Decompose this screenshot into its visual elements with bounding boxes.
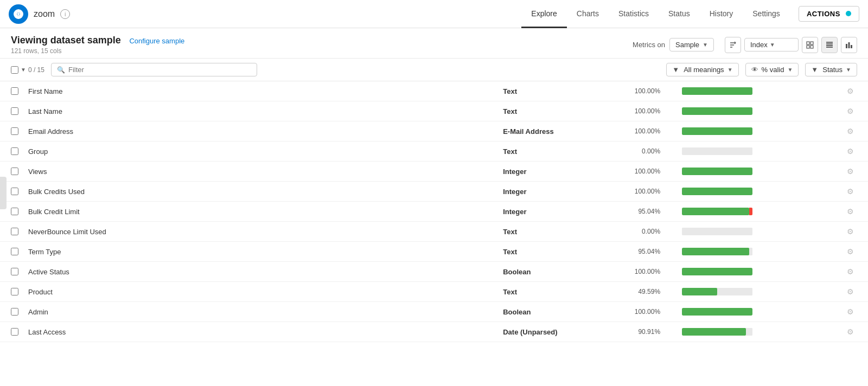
row-checkbox[interactable] [11, 228, 18, 235]
row-checkbox[interactable] [11, 168, 18, 175]
row-checkbox[interactable] [11, 288, 18, 295]
row-name-cell: Bulk Credits Used [0, 182, 492, 202]
table-row: Group Text 0.00% ⚙ [0, 141, 868, 162]
meanings-filter[interactable]: ▼ All meanings ▼ [666, 63, 738, 76]
gear-icon[interactable]: ⚙ [847, 187, 854, 196]
validity-bar [682, 248, 752, 255]
column-name: Last Access [28, 328, 66, 336]
row-checkbox[interactable] [11, 308, 18, 316]
gear-icon[interactable]: ⚙ [847, 307, 854, 316]
gear-icon[interactable]: ⚙ [847, 327, 854, 336]
info-icon[interactable]: i [60, 9, 70, 19]
gear-icon[interactable]: ⚙ [847, 147, 854, 156]
row-pct-cell: 100.00% [599, 162, 671, 182]
row-name-cell: Group [0, 141, 492, 162]
sub-header-left: Viewing dataset sample Configure sample … [11, 35, 633, 55]
row-pct-cell: 0.00% [599, 141, 671, 162]
row-bar-cell [671, 162, 832, 182]
row-checkbox[interactable] [11, 208, 18, 215]
bar-chart-icon [845, 41, 853, 49]
row-checkbox[interactable] [11, 328, 18, 336]
row-name-cell: Email Address [0, 121, 492, 141]
tab-status[interactable]: Status [659, 1, 700, 28]
actions-button[interactable]: ACTIONS [799, 6, 859, 22]
selection-count: 0 / 15 [28, 66, 44, 74]
row-pct-cell: 100.00% [599, 81, 671, 101]
row-type-cell: Integer [492, 162, 599, 182]
sort-icon-button[interactable] [725, 37, 741, 53]
table-row: Last Access Date (Unparsed) 90.91% ⚙ [0, 322, 868, 342]
validity-filter[interactable]: 👁 % valid ▼ [745, 63, 799, 76]
column-name: NeverBounce Limit Used [28, 228, 106, 236]
row-name-cell: Bulk Credit Limit [0, 202, 492, 222]
row-pct-cell: 95.04% [599, 202, 671, 222]
row-name-cell: NeverBounce Limit Used [0, 222, 492, 242]
validity-bar [682, 328, 752, 336]
row-pct-cell: 100.00% [599, 121, 671, 141]
gear-icon[interactable]: ⚙ [847, 207, 854, 216]
row-checkbox[interactable] [11, 87, 18, 95]
configure-sample-link[interactable]: Configure sample [129, 37, 184, 45]
view-controls: Index ▼ [725, 37, 857, 53]
row-gear-cell: ⚙ [832, 202, 868, 222]
row-checkbox[interactable] [11, 147, 18, 155]
tab-explore[interactable]: Explore [521, 1, 566, 28]
select-chevron-icon[interactable]: ▼ [21, 67, 26, 73]
row-pct-cell: 100.00% [599, 262, 671, 282]
filter-input[interactable] [68, 66, 251, 74]
filter-input-wrap: 🔍 [51, 63, 257, 76]
metrics-select[interactable]: Sample ▼ [669, 38, 714, 52]
row-type-cell: Text [492, 81, 599, 101]
gear-icon[interactable]: ⚙ [847, 287, 854, 296]
table-row: Views Integer 100.00% ⚙ [0, 162, 868, 182]
tab-charts[interactable]: Charts [567, 1, 609, 28]
tab-statistics[interactable]: Statistics [609, 1, 659, 28]
column-name: Term Type [28, 248, 61, 256]
tab-history[interactable]: History [700, 1, 743, 28]
gear-icon[interactable]: ⚙ [847, 87, 854, 95]
row-bar-cell [671, 101, 832, 121]
row-name-cell: Active Status [0, 262, 492, 282]
svg-rect-12 [846, 44, 847, 48]
gear-icon[interactable]: ⚙ [847, 267, 854, 276]
gear-icon[interactable]: ⚙ [847, 227, 854, 236]
row-type-cell: Boolean [492, 302, 599, 322]
gear-icon[interactable]: ⚙ [847, 247, 854, 256]
row-type-cell: Text [492, 141, 599, 162]
select-all-checkbox[interactable] [11, 66, 18, 74]
row-type-cell: Integer [492, 202, 599, 222]
chart-view-button[interactable] [841, 37, 857, 53]
row-type-cell: Text [492, 282, 599, 302]
column-name: Product [28, 288, 53, 296]
gear-icon[interactable]: ⚙ [847, 167, 854, 176]
row-checkbox[interactable] [11, 188, 18, 195]
row-gear-cell: ⚙ [832, 222, 868, 242]
table-row: Product Text 49.59% ⚙ [0, 282, 868, 302]
list-view-button[interactable] [821, 37, 838, 53]
gear-icon[interactable]: ⚙ [847, 127, 854, 136]
column-name: Bulk Credits Used [28, 188, 85, 196]
row-type-cell: Text [492, 222, 599, 242]
row-checkbox[interactable] [11, 127, 18, 135]
sort-icon [729, 41, 737, 49]
status-filter[interactable]: ▼ Status ▼ [805, 63, 857, 76]
meanings-chevron-icon: ▼ [727, 67, 733, 73]
gear-icon[interactable]: ⚙ [847, 107, 854, 115]
row-gear-cell: ⚙ [832, 162, 868, 182]
validity-bar [682, 87, 752, 95]
row-bar-cell [671, 182, 832, 202]
row-checkbox[interactable] [11, 107, 18, 115]
validity-bar [682, 208, 752, 215]
svg-rect-14 [851, 45, 852, 48]
row-pct-cell: 90.91% [599, 322, 671, 342]
row-checkbox[interactable] [11, 248, 18, 255]
grid-view-button[interactable] [802, 37, 818, 53]
row-checkbox[interactable] [11, 268, 18, 275]
tab-settings[interactable]: Settings [743, 1, 790, 28]
row-bar-cell [671, 262, 832, 282]
index-select[interactable]: Index ▼ [744, 38, 799, 52]
row-type-cell: Text [492, 101, 599, 121]
row-gear-cell: ⚙ [832, 242, 868, 262]
side-drag-handle[interactable] [0, 177, 7, 209]
row-bar-cell [671, 322, 832, 342]
